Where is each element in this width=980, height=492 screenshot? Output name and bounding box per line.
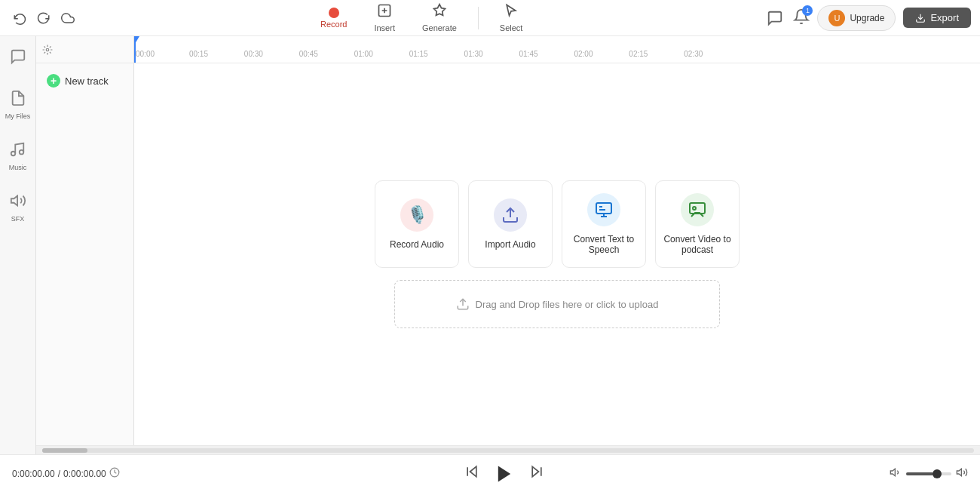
top-bar-right: 1 U Upgrade Export: [764, 5, 971, 31]
cards-row: 🎙️ Record Audio Import Audio: [375, 180, 740, 268]
ts-0015: 00:15: [189, 50, 208, 58]
generate-icon: [432, 3, 447, 22]
import-audio-label: Import Audio: [485, 239, 535, 250]
svg-marker-12: [470, 466, 476, 476]
volume-up-button[interactable]: [956, 466, 968, 481]
convert-text-card[interactable]: Convert Text to Speech: [562, 180, 646, 268]
scrollbar-track: [42, 448, 974, 453]
convert-video-card[interactable]: Convert Video to podcast: [655, 180, 740, 268]
convert-video-icon: [681, 193, 714, 226]
convert-video-label: Convert Video to podcast: [663, 234, 731, 255]
playhead-head: [134, 36, 139, 44]
volume-controls: [890, 466, 968, 481]
cloud-save-button[interactable]: [57, 8, 78, 29]
rewind-button[interactable]: [464, 464, 479, 483]
time-display: 0:00:00.00 / 0:00:00.00: [12, 467, 120, 480]
insert-icon: [377, 3, 392, 22]
current-time: 0:00:00.00: [12, 469, 55, 479]
sidebar-item-music-label: Music: [9, 164, 27, 171]
record-label: Record: [320, 20, 347, 29]
chat-button[interactable]: [764, 8, 786, 29]
nav-controls: [9, 8, 78, 29]
sidebar-item-chat[interactable]: [7, 45, 29, 72]
ts-0115: 01:15: [409, 50, 428, 58]
toolbar-divider: [478, 7, 479, 29]
svg-point-5: [46, 48, 49, 51]
sidebar-item-my-files-label: My Files: [5, 112, 31, 120]
record-audio-icon: 🎙️: [400, 198, 433, 232]
play-button[interactable]: [492, 461, 517, 487]
svg-marker-4: [11, 196, 17, 206]
new-track-label: New track: [65, 75, 109, 87]
record-toolbar-item[interactable]: Record: [314, 5, 353, 32]
record-audio-label: Record Audio: [390, 239, 444, 250]
upload-icon: [456, 297, 470, 311]
svg-point-9: [693, 207, 696, 210]
svg-marker-14: [498, 466, 510, 481]
insert-label: Insert: [374, 23, 395, 32]
top-bar: Record Insert Generate Select 1: [0, 0, 980, 36]
svg-marker-18: [957, 469, 961, 475]
ts-0230: 02:30: [684, 50, 703, 58]
sidebar: My Files Music SFX: [0, 36, 36, 454]
ruler-ticks: 00:00 00:15 00:30 00:45 01:00 01:15 01:3…: [134, 36, 980, 63]
select-icon: [504, 3, 519, 22]
ts-0130: 01:30: [464, 50, 483, 58]
new-track-button[interactable]: + New track: [42, 71, 127, 91]
bottom-bar: 0:00:00.00 / 0:00:00.00: [0, 454, 980, 492]
scrollbar-thumb[interactable]: [42, 448, 87, 453]
sidebar-item-sfx[interactable]: SFX: [7, 189, 29, 226]
record-icon: [329, 8, 339, 18]
drop-zone[interactable]: Drag and Drop files here or click to upl…: [394, 280, 720, 328]
toolbar: Record Insert Generate Select: [84, 0, 758, 35]
track-panel-header: [36, 36, 134, 63]
ts-0200: 02:00: [574, 50, 593, 58]
content-area: 🎙️ Record Audio Import Audio: [134, 63, 980, 445]
total-time: 0:00:00.00: [63, 469, 106, 479]
generate-label: Generate: [422, 23, 457, 32]
timeline-scrollbar[interactable]: [36, 445, 980, 454]
upgrade-label: Upgrade: [850, 13, 884, 23]
convert-text-label: Convert Text to Speech: [570, 234, 638, 255]
ts-0030: 00:30: [244, 50, 263, 58]
volume-slider[interactable]: [906, 472, 951, 475]
generate-toolbar-item[interactable]: Generate: [416, 0, 463, 35]
upgrade-button[interactable]: U Upgrade: [817, 5, 896, 31]
track-panel: + New track: [36, 63, 134, 445]
timer-settings-button[interactable]: [109, 467, 120, 480]
action-cards-container: 🎙️ Record Audio Import Audio: [375, 180, 740, 328]
files-icon: [10, 90, 26, 110]
sidebar-item-my-files[interactable]: My Files: [2, 87, 34, 123]
transport-controls: [464, 461, 544, 487]
redo-button[interactable]: [33, 8, 54, 29]
sfx-icon: [10, 192, 26, 213]
volume-fill: [906, 472, 933, 475]
convert-text-icon: [587, 193, 620, 226]
ts-0215: 02:15: [629, 50, 648, 58]
ts-0000: 00:00: [136, 50, 155, 58]
playhead: [134, 36, 136, 63]
time-sep: /: [58, 469, 60, 479]
fast-forward-button[interactable]: [529, 464, 544, 483]
svg-rect-7: [596, 203, 611, 214]
sidebar-item-sfx-label: SFX: [11, 215, 25, 223]
svg-point-2: [11, 152, 16, 156]
ts-0045: 00:45: [299, 50, 318, 58]
ts-0100: 01:00: [354, 50, 373, 58]
undo-button[interactable]: [9, 8, 30, 29]
sidebar-item-music[interactable]: Music: [6, 138, 30, 174]
music-icon: [9, 141, 26, 161]
import-audio-icon: [494, 198, 527, 232]
drop-zone-label: Drag and Drop files here or click to upl…: [476, 299, 659, 310]
notification-button[interactable]: 1: [793, 8, 810, 28]
volume-down-button[interactable]: [890, 466, 902, 481]
select-toolbar-item[interactable]: Select: [494, 0, 529, 35]
insert-toolbar-item[interactable]: Insert: [368, 0, 401, 35]
chat-icon: [10, 48, 26, 69]
export-button[interactable]: Export: [903, 8, 971, 28]
user-avatar: U: [828, 10, 845, 26]
main-content: My Files Music SFX: [0, 36, 980, 454]
import-audio-card[interactable]: Import Audio: [468, 180, 553, 268]
record-audio-card[interactable]: 🎙️ Record Audio: [375, 180, 459, 268]
svg-marker-17: [890, 469, 895, 475]
